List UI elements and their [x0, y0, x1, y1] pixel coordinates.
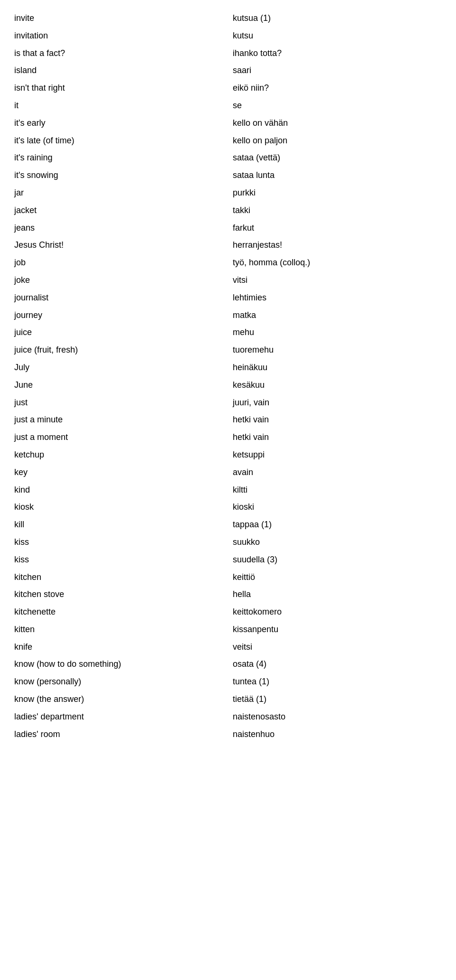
english-term: ladies' department [14, 710, 228, 724]
finnish-term: kutsu [228, 29, 442, 43]
table-row: knifeveitsi [14, 638, 442, 656]
english-term: it's raining [14, 151, 228, 165]
table-row: it's snowingsataa lunta [14, 167, 442, 184]
english-term: it [14, 99, 228, 112]
english-term: June [14, 378, 228, 392]
finnish-term: keittokomero [228, 605, 442, 619]
finnish-term: farkut [228, 221, 442, 235]
finnish-term: matka [228, 308, 442, 322]
finnish-term: tappaa (1) [228, 518, 442, 532]
finnish-term: ketsuppi [228, 448, 442, 462]
english-term: Jesus Christ! [14, 238, 228, 252]
english-term: jar [14, 186, 228, 200]
finnish-term: keittiö [228, 570, 442, 584]
table-row: invitekutsua (1) [14, 9, 442, 27]
english-term: ladies' room [14, 728, 228, 741]
english-term: it's late (of time) [14, 134, 228, 148]
finnish-term: kissanpentu [228, 623, 442, 636]
table-row: kitchenettekeittokomero [14, 603, 442, 621]
english-term: kitchen [14, 570, 228, 584]
table-row: kisssuukko [14, 533, 442, 551]
table-row: itse [14, 97, 442, 114]
finnish-term: herranjestas! [228, 238, 442, 252]
english-term: key [14, 466, 228, 479]
finnish-term: kutsua (1) [228, 11, 442, 25]
finnish-term: lehtimies [228, 291, 442, 305]
english-term: island [14, 64, 228, 77]
finnish-term: juuri, vain [228, 396, 442, 410]
finnish-term: eikö niin? [228, 81, 442, 95]
english-term: it's snowing [14, 168, 228, 182]
english-term: know (the answer) [14, 692, 228, 706]
english-term: juice (fruit, fresh) [14, 343, 228, 357]
finnish-term: kello on paljon [228, 134, 442, 148]
english-term: kiss [14, 553, 228, 567]
finnish-term: hella [228, 588, 442, 601]
finnish-term: se [228, 99, 442, 112]
finnish-term: tuoremehu [228, 343, 442, 357]
table-row: kitchen stovehella [14, 586, 442, 603]
finnish-term: kioski [228, 500, 442, 514]
table-row: kisssuudella (3) [14, 551, 442, 569]
english-term: kind [14, 483, 228, 497]
table-row: it's rainingsataa (vettä) [14, 149, 442, 167]
table-row: juice (fruit, fresh)tuoremehu [14, 341, 442, 359]
table-row: it's late (of time)kello on paljon [14, 132, 442, 149]
table-row: ladies' departmentnaistenosasto [14, 708, 442, 726]
finnish-term: hetki vain [228, 413, 442, 427]
english-term: is that a fact? [14, 47, 228, 60]
finnish-term: avain [228, 466, 442, 479]
english-term: journalist [14, 291, 228, 305]
table-row: Julyheinäkuu [14, 359, 442, 376]
finnish-term: mehu [228, 326, 442, 339]
english-term: journey [14, 308, 228, 322]
finnish-term: sataa lunta [228, 168, 442, 182]
table-row: killtappaa (1) [14, 516, 442, 533]
table-row: it's earlykello on vähän [14, 114, 442, 132]
table-row: just a minutehetki vain [14, 411, 442, 429]
english-term: jeans [14, 221, 228, 235]
english-term: invite [14, 11, 228, 25]
table-row: ketchupketsuppi [14, 446, 442, 464]
finnish-term: sataa (vettä) [228, 151, 442, 165]
table-row: islandsaari [14, 62, 442, 79]
table-row: jokevitsi [14, 271, 442, 289]
table-row: isn't that righteikö niin? [14, 79, 442, 97]
table-row: know (how to do something)osata (4) [14, 655, 442, 673]
english-term: it's early [14, 116, 228, 130]
table-row: invitationkutsu [14, 27, 442, 45]
table-row: kitchenkeittiö [14, 569, 442, 586]
english-term: knife [14, 640, 228, 654]
english-term: July [14, 361, 228, 374]
english-term: kiss [14, 535, 228, 549]
table-row: Jesus Christ!herranjestas! [14, 236, 442, 254]
finnish-term: veitsi [228, 640, 442, 654]
table-row: keyavain [14, 464, 442, 481]
finnish-term: suukko [228, 535, 442, 549]
finnish-term: purkki [228, 186, 442, 200]
english-term: kitten [14, 623, 228, 636]
finnish-term: kello on vähän [228, 116, 442, 130]
english-term: kill [14, 518, 228, 532]
table-row: know (the answer)tietää (1) [14, 691, 442, 708]
finnish-term: ihanko totta? [228, 47, 442, 60]
finnish-term: saari [228, 64, 442, 77]
finnish-term: tietää (1) [228, 692, 442, 706]
english-term: just [14, 396, 228, 410]
finnish-term: hetki vain [228, 430, 442, 444]
english-term: jacket [14, 204, 228, 217]
finnish-term: takki [228, 204, 442, 217]
english-term: know (personally) [14, 675, 228, 689]
english-term: juice [14, 326, 228, 339]
table-row: justjuuri, vain [14, 394, 442, 411]
english-term: job [14, 256, 228, 270]
english-term: kiosk [14, 500, 228, 514]
finnish-term: naistenosasto [228, 710, 442, 724]
table-row: Junekesäkuu [14, 376, 442, 394]
table-row: journeymatka [14, 307, 442, 324]
table-row: jackettakki [14, 202, 442, 219]
finnish-term: kesäkuu [228, 378, 442, 392]
finnish-term: vitsi [228, 273, 442, 287]
english-term: just a minute [14, 413, 228, 427]
finnish-term: osata (4) [228, 657, 442, 671]
